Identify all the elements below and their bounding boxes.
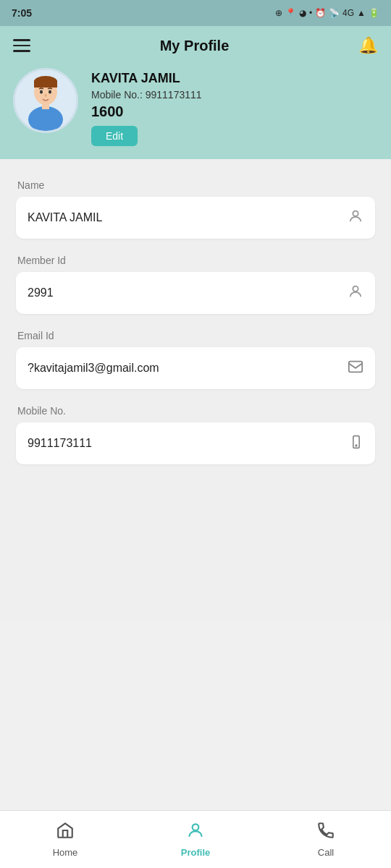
nav-profile-label: Profile (181, 847, 210, 858)
profile-info: KAVITA JAMIL Mobile No.: 9911173111 1600… (91, 68, 202, 146)
email-input-wrap (16, 347, 375, 389)
member-id-input[interactable] (28, 286, 342, 299)
name-input-wrap (16, 197, 375, 239)
member-icon (348, 284, 363, 303)
person-icon (348, 208, 363, 228)
svg-rect-5 (42, 102, 49, 109)
profile-name: KAVITA JAMIL (91, 71, 202, 86)
member-id-input-wrap (16, 272, 375, 314)
nav-profile[interactable]: Profile (130, 821, 261, 858)
status-time: 7:05 (12, 7, 32, 19)
hamburger-menu[interactable] (13, 39, 30, 52)
svg-rect-3 (34, 80, 57, 88)
nav-call-label: Call (318, 847, 334, 858)
bottom-nav: Home Profile Call (0, 810, 391, 868)
profile-mobile-number: Mobile No.: 9911173111 (91, 89, 202, 101)
profile-section: KAVITA JAMIL Mobile No.: 9911173111 1600… (13, 68, 378, 146)
svg-point-6 (40, 90, 43, 94)
status-icons: ⊕ 📍 ◕ • ⏰ 📡 4G ▲ 🔋 (275, 8, 379, 18)
mobile-field-group: Mobile No. (16, 405, 375, 464)
svg-rect-11 (349, 361, 362, 372)
notification-bell-icon[interactable]: 🔔 (358, 36, 378, 55)
hamburger-line-2 (13, 45, 30, 47)
nav-call[interactable]: Call (261, 821, 391, 858)
email-label: Email Id (16, 330, 375, 341)
email-field-group: Email Id (16, 330, 375, 389)
signal-icon: 📡 (329, 8, 340, 18)
home-icon (56, 821, 75, 844)
profile-nav-icon (186, 821, 205, 844)
hamburger-line-1 (13, 39, 30, 41)
dot-icon: • (309, 8, 312, 18)
wifi-icon: ⊕ (275, 8, 282, 18)
member-id-label: Member Id (16, 255, 375, 266)
avatar (13, 68, 78, 133)
chrome-icon: ◕ (299, 8, 306, 18)
edit-button[interactable]: Edit (91, 126, 138, 146)
svg-point-10 (353, 286, 358, 291)
header: My Profile 🔔 (0, 26, 391, 159)
signal-bars-icon: ▲ (357, 8, 366, 18)
hamburger-line-3 (13, 50, 30, 52)
battery-icon: 🔋 (369, 8, 379, 18)
email-icon (348, 359, 363, 378)
name-input[interactable] (28, 211, 342, 224)
header-nav: My Profile 🔔 (13, 36, 378, 55)
phone-icon (349, 435, 363, 453)
member-id-field-group: Member Id (16, 255, 375, 314)
page-title: My Profile (160, 38, 230, 54)
mobile-input[interactable] (28, 437, 343, 450)
svg-point-14 (193, 824, 199, 830)
alarm-icon: ⏰ (315, 8, 326, 18)
mobile-label: Mobile No. (16, 405, 375, 417)
mobile-input-wrap (16, 422, 375, 464)
network-icon: 4G (342, 8, 354, 18)
main-content: Name Member Id Email Id (0, 159, 391, 622)
call-icon (316, 821, 335, 844)
nav-home[interactable]: Home (0, 821, 130, 858)
email-input[interactable] (28, 362, 342, 375)
svg-point-7 (49, 90, 51, 94)
name-label: Name (16, 179, 375, 191)
nav-home-label: Home (53, 847, 78, 858)
name-field-group: Name (16, 179, 375, 239)
svg-point-9 (353, 210, 358, 216)
status-bar: 7:05 ⊕ 📍 ◕ • ⏰ 📡 4G ▲ 🔋 (0, 0, 391, 26)
profile-member-id: 1600 (91, 103, 202, 120)
location-icon: 📍 (285, 8, 296, 18)
svg-point-8 (45, 94, 47, 97)
svg-point-13 (356, 445, 357, 446)
